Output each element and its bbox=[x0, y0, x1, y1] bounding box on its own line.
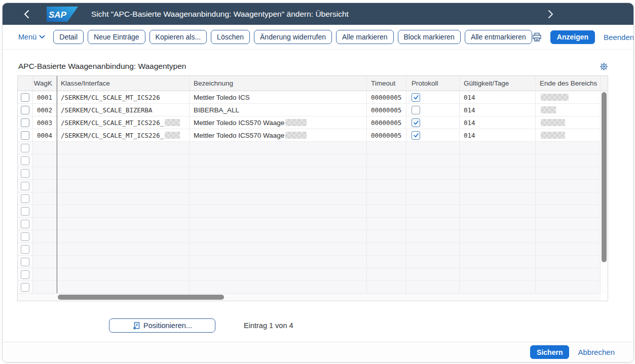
cell-gueltigkeit[interactable]: 014 bbox=[460, 129, 536, 141]
cell-gueltigkeit[interactable] bbox=[460, 268, 536, 280]
cell-ende[interactable] bbox=[536, 256, 601, 268]
cell-bezeichnung[interactable] bbox=[190, 218, 367, 230]
cell-timeout[interactable] bbox=[367, 154, 406, 167]
row-select-checkbox[interactable] bbox=[21, 144, 29, 152]
cell-klasse[interactable]: /SERKEM/CL_SCALE_BIZERBA bbox=[57, 104, 190, 116]
anzeigen-button[interactable]: Anzeigen bbox=[550, 30, 595, 44]
cell-gueltigkeit[interactable]: 014 bbox=[460, 104, 536, 116]
cell-bezeichnung[interactable] bbox=[190, 268, 367, 280]
cell-gueltigkeit[interactable] bbox=[460, 167, 536, 179]
cell-ende[interactable] bbox=[536, 268, 601, 280]
cell-gueltigkeit[interactable] bbox=[460, 205, 536, 217]
toolbar-button-neue-einträge[interactable]: Neue Einträge bbox=[88, 30, 145, 44]
cell-bezeichnung[interactable]: BIBERBA_ALL bbox=[190, 104, 367, 116]
cell-klasse[interactable]: /SERKEM/CL_SCALE_MT_ICS226_ bbox=[57, 116, 190, 129]
cell-gueltigkeit[interactable] bbox=[460, 180, 536, 192]
menu-dropdown[interactable]: Menü bbox=[18, 33, 45, 41]
cell-klasse[interactable]: /SERKEM/CL_SCALE_MT_ICS226 bbox=[57, 91, 190, 103]
cell-gueltigkeit[interactable] bbox=[460, 256, 536, 268]
cell-bezeichnung[interactable] bbox=[190, 256, 367, 268]
cell-ende[interactable] bbox=[536, 91, 601, 103]
cell-bezeichnung[interactable] bbox=[190, 205, 367, 217]
toolbar-button-änderung-widerrufen[interactable]: Änderung widerrufen bbox=[254, 30, 332, 44]
cell-timeout[interactable] bbox=[367, 205, 406, 217]
cell-bezeichnung[interactable]: Mettler Toledo ICS570 Waage bbox=[190, 129, 367, 141]
forward-icon[interactable] bbox=[548, 3, 553, 25]
cell-gueltigkeit[interactable] bbox=[460, 243, 536, 255]
row-select-checkbox[interactable] bbox=[21, 207, 29, 216]
table-settings-gear-icon[interactable] bbox=[600, 62, 608, 71]
protokoll-checkbox[interactable] bbox=[412, 118, 420, 127]
cell-wagk[interactable] bbox=[33, 256, 57, 268]
cell-timeout[interactable] bbox=[367, 243, 406, 255]
cell-klasse[interactable] bbox=[57, 268, 190, 280]
cell-timeout[interactable] bbox=[367, 180, 406, 192]
row-select-checkbox[interactable] bbox=[21, 194, 29, 203]
vertical-scrollbar-thumb[interactable] bbox=[602, 92, 607, 262]
cell-bezeichnung[interactable] bbox=[190, 180, 367, 192]
cell-wagk[interactable]: 0002 bbox=[33, 104, 57, 116]
toolbar-button-löschen[interactable]: Löschen bbox=[211, 30, 250, 44]
toolbar-button-detail[interactable]: Detail bbox=[53, 30, 84, 44]
protokoll-checkbox[interactable] bbox=[412, 131, 420, 140]
beenden-button[interactable]: Beenden bbox=[604, 33, 634, 42]
row-select-checkbox[interactable] bbox=[21, 220, 29, 228]
cell-bezeichnung[interactable] bbox=[190, 142, 367, 154]
row-select-checkbox[interactable] bbox=[21, 245, 29, 254]
cell-timeout[interactable]: 00000005 bbox=[367, 91, 406, 103]
cell-bezeichnung[interactable] bbox=[190, 167, 367, 179]
cell-klasse[interactable] bbox=[57, 230, 190, 242]
print-button[interactable] bbox=[532, 32, 542, 42]
cell-timeout[interactable] bbox=[367, 256, 406, 268]
row-select-checkbox[interactable] bbox=[21, 232, 29, 241]
cell-ende[interactable] bbox=[536, 243, 601, 255]
cell-wagk[interactable] bbox=[33, 180, 57, 192]
back-icon[interactable] bbox=[24, 10, 29, 19]
cell-ende[interactable] bbox=[536, 167, 601, 179]
cell-gueltigkeit[interactable] bbox=[460, 154, 536, 167]
cell-wagk[interactable] bbox=[33, 167, 57, 179]
cell-gueltigkeit[interactable] bbox=[460, 192, 536, 205]
cell-timeout[interactable]: 00000005 bbox=[367, 116, 406, 129]
cell-klasse[interactable] bbox=[57, 180, 190, 192]
cell-bezeichnung[interactable] bbox=[190, 192, 367, 205]
toolbar-button-alle-entmarkieren[interactable]: Alle entmarkieren bbox=[465, 30, 532, 44]
cell-bezeichnung[interactable] bbox=[190, 281, 367, 293]
cell-gueltigkeit[interactable] bbox=[460, 230, 536, 242]
cell-wagk[interactable] bbox=[33, 230, 57, 242]
protokoll-checkbox[interactable] bbox=[412, 93, 420, 102]
cell-klasse[interactable] bbox=[57, 142, 190, 154]
cell-ende[interactable] bbox=[536, 192, 601, 205]
row-select-checkbox[interactable] bbox=[21, 258, 29, 266]
cell-timeout[interactable]: 00000005 bbox=[367, 104, 406, 116]
toolbar-button-alle-markieren[interactable]: Alle markieren bbox=[336, 30, 393, 44]
horizontal-scrollbar[interactable] bbox=[18, 293, 601, 301]
cell-ende[interactable] bbox=[536, 218, 601, 230]
cell-klasse[interactable] bbox=[57, 218, 190, 230]
cell-timeout[interactable]: 00000005 bbox=[367, 129, 406, 141]
row-select-checkbox[interactable] bbox=[21, 270, 29, 279]
row-select-checkbox[interactable] bbox=[21, 182, 29, 190]
cell-klasse[interactable] bbox=[57, 154, 190, 167]
cell-wagk[interactable]: 0001 bbox=[33, 91, 57, 103]
cell-klasse[interactable] bbox=[57, 205, 190, 217]
cell-wagk[interactable]: 0003 bbox=[33, 116, 57, 129]
cell-wagk[interactable] bbox=[33, 154, 57, 167]
cell-ende[interactable] bbox=[536, 104, 601, 116]
sichern-button[interactable]: Sichern bbox=[530, 345, 569, 359]
cell-timeout[interactable] bbox=[367, 218, 406, 230]
cell-timeout[interactable] bbox=[367, 281, 406, 293]
cell-klasse[interactable]: /SERKEM/CL_SCALE_MT_ICS226_ bbox=[57, 129, 190, 141]
row-select-checkbox[interactable] bbox=[21, 106, 29, 114]
cell-ende[interactable] bbox=[536, 281, 601, 293]
cell-ende[interactable] bbox=[536, 180, 601, 192]
cell-wagk[interactable] bbox=[33, 268, 57, 280]
horizontal-scrollbar-thumb[interactable] bbox=[58, 295, 224, 300]
cell-gueltigkeit[interactable]: 014 bbox=[460, 116, 536, 129]
cell-ende[interactable] bbox=[536, 205, 601, 217]
positionieren-button[interactable]: Positionieren... bbox=[109, 318, 215, 333]
cell-wagk[interactable]: 0004 bbox=[33, 129, 57, 141]
cell-wagk[interactable] bbox=[33, 142, 57, 154]
row-select-checkbox[interactable] bbox=[21, 156, 29, 165]
cell-ende[interactable] bbox=[536, 230, 601, 242]
